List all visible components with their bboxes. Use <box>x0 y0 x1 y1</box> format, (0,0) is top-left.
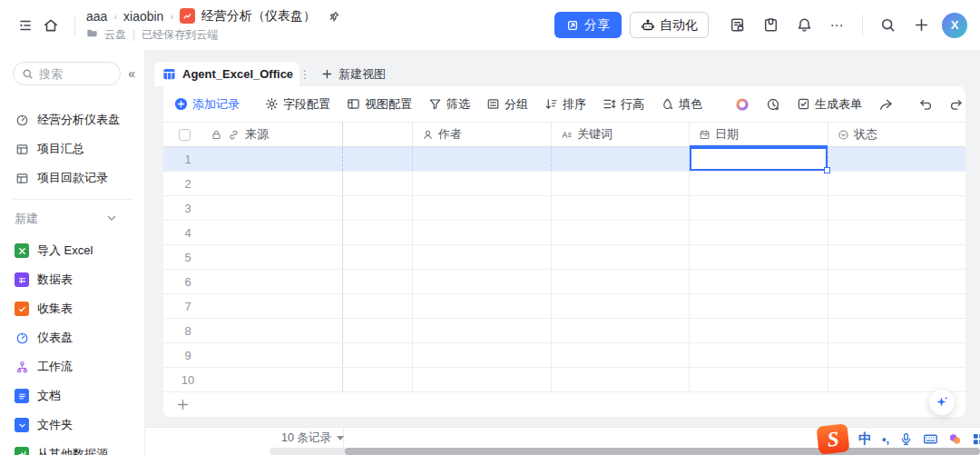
sidebar-section-new[interactable]: 新建 <box>0 205 144 232</box>
cell[interactable] <box>343 245 413 269</box>
tab-more-icon[interactable]: ⋮ <box>299 68 310 81</box>
theme-ring-icon[interactable] <box>735 97 750 112</box>
cell[interactable] <box>343 196 413 220</box>
cell[interactable]: 8 <box>163 319 343 342</box>
add-record-button[interactable]: 添加记录 <box>174 96 240 113</box>
undo-icon[interactable] <box>918 97 933 112</box>
cell[interactable] <box>413 319 552 342</box>
row-number[interactable]: 7 <box>163 300 212 313</box>
cell[interactable] <box>413 368 552 391</box>
form-lock-icon[interactable] <box>724 13 750 38</box>
cell[interactable] <box>413 196 552 220</box>
history-icon[interactable] <box>766 97 780 112</box>
cell[interactable] <box>828 270 965 293</box>
ime-grid-icon[interactable] <box>972 432 980 446</box>
breadcrumb-item[interactable]: aaa <box>86 9 107 24</box>
filter-button[interactable]: 筛选 <box>428 96 470 113</box>
pin-icon[interactable] <box>328 10 340 23</box>
new-view-button[interactable]: 新建视图 <box>314 62 393 86</box>
collapse-sidebar-icon[interactable]: « <box>128 66 135 81</box>
cell[interactable] <box>552 245 690 269</box>
cell[interactable] <box>828 221 965 244</box>
cell[interactable] <box>828 196 965 220</box>
row-number[interactable]: 10 <box>163 373 212 387</box>
row-height-button[interactable]: 行高 <box>603 96 644 113</box>
cell[interactable]: 3 <box>163 196 343 220</box>
cell[interactable] <box>828 319 965 342</box>
cell[interactable] <box>552 147 690 171</box>
sidebar-item-project-payments[interactable]: 项目回款记录 <box>0 163 144 193</box>
cell[interactable] <box>343 172 413 195</box>
cell[interactable] <box>413 245 552 269</box>
ime-skin-icon[interactable] <box>948 432 962 446</box>
automation-button[interactable]: 自动化 <box>630 12 709 38</box>
cell[interactable] <box>828 172 965 195</box>
cell[interactable]: 6 <box>163 270 343 293</box>
cell[interactable] <box>690 294 828 318</box>
sidebar-item-form[interactable]: 收集表 <box>0 294 144 323</box>
column-header-source[interactable]: 来源 <box>163 123 343 146</box>
cell[interactable] <box>343 343 413 367</box>
cell[interactable] <box>690 319 828 342</box>
cell[interactable] <box>828 294 965 318</box>
cell[interactable] <box>343 147 413 171</box>
sidebar-item-folder[interactable]: 文件夹 <box>0 410 144 440</box>
cell[interactable] <box>552 221 690 244</box>
cell[interactable] <box>828 245 965 269</box>
share-button[interactable]: 分享 <box>554 12 622 38</box>
cell[interactable] <box>828 368 965 391</box>
cell[interactable] <box>413 294 552 318</box>
sidebar-item-doc[interactable]: 文档 <box>0 381 144 410</box>
cell[interactable] <box>690 196 828 220</box>
search-box[interactable] <box>13 62 121 85</box>
row-number[interactable]: 6 <box>163 275 212 289</box>
cell[interactable]: 1 <box>163 147 343 171</box>
widget-icon[interactable] <box>758 13 783 38</box>
search-input[interactable] <box>39 67 93 81</box>
home-icon[interactable] <box>38 13 64 38</box>
column-header-status[interactable]: 状态 <box>828 123 965 146</box>
cell[interactable] <box>552 319 690 342</box>
row-number[interactable]: 4 <box>163 226 212 240</box>
cell[interactable]: 9 <box>163 343 343 367</box>
cell[interactable] <box>552 196 690 220</box>
cell[interactable]: 10 <box>163 368 343 391</box>
share-view-icon[interactable] <box>878 97 893 112</box>
cell[interactable] <box>690 245 828 269</box>
cell[interactable] <box>343 368 413 391</box>
cell[interactable] <box>413 172 552 195</box>
generate-form-button[interactable]: 生成表单 <box>797 96 862 113</box>
column-header-unnamed[interactable] <box>343 123 413 146</box>
tab-agent-excel-office[interactable]: Agent_Excel_Office ⋮ <box>154 62 299 86</box>
cell[interactable] <box>413 221 552 244</box>
redo-icon[interactable] <box>949 97 964 112</box>
cell[interactable] <box>828 147 965 171</box>
cell[interactable] <box>552 343 690 367</box>
cell[interactable] <box>690 368 828 391</box>
ime-mic-icon[interactable] <box>899 432 913 446</box>
cell[interactable]: 4 <box>163 221 343 244</box>
sidebar-item-workflow[interactable]: 工作流 <box>0 352 144 381</box>
cell[interactable] <box>690 343 828 367</box>
cell[interactable] <box>343 294 413 318</box>
cell[interactable] <box>343 270 413 293</box>
add-row-button[interactable] <box>163 392 965 416</box>
selected-cell[interactable] <box>690 147 828 171</box>
sidebar-item-other-datasource[interactable]: 从其他数据源... <box>0 440 144 455</box>
row-number[interactable]: 1 <box>163 153 212 166</box>
sogou-logo[interactable]: S <box>816 423 849 454</box>
row-number[interactable]: 5 <box>163 251 212 264</box>
select-all-checkbox[interactable] <box>179 129 191 141</box>
cell[interactable] <box>552 172 690 195</box>
group-button[interactable]: 分组 <box>486 96 528 113</box>
plus-icon[interactable] <box>908 13 934 38</box>
cell[interactable]: 5 <box>163 245 343 269</box>
drive-label[interactable]: 云盘 <box>104 27 126 43</box>
view-config-button[interactable]: 视图配置 <box>347 96 412 113</box>
cell[interactable] <box>552 270 690 293</box>
row-number[interactable]: 2 <box>163 177 212 191</box>
cell[interactable] <box>413 147 552 171</box>
more-icon[interactable]: ⋯ <box>825 13 850 38</box>
sidebar-item-dashboard-new[interactable]: 仪表盘 <box>0 323 144 352</box>
row-number[interactable]: 3 <box>163 202 212 215</box>
